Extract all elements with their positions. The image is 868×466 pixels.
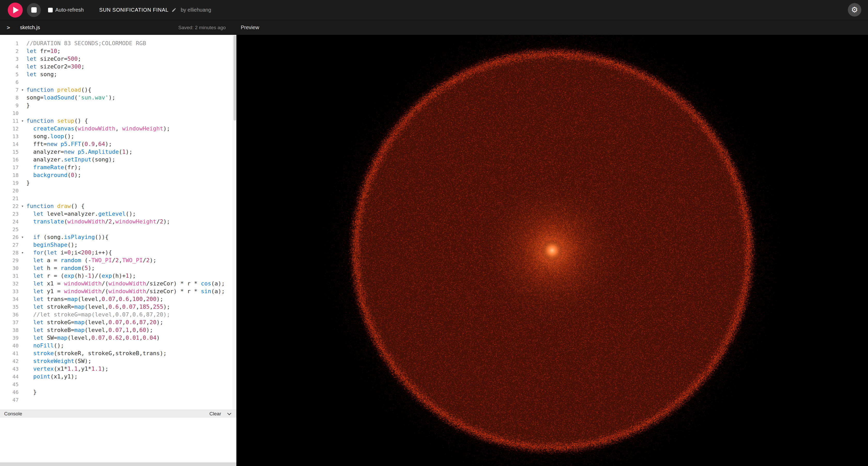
gutter-spacer — [19, 264, 26, 272]
code-text: analyzer=new p5.Amplitude(1); — [26, 148, 132, 156]
edit-project-name-icon[interactable] — [172, 7, 177, 12]
code-text: let r = (exp(h)-1)/(exp(h)+1); — [26, 272, 136, 280]
code-text: let h = random(5); — [26, 264, 95, 272]
project-info: SUN SONIFICATION FINAL by elliehuang — [99, 7, 211, 13]
gear-icon: ⚙ — [851, 5, 858, 14]
toolbar: Auto-refresh SUN SONIFICATION FINAL by e… — [0, 0, 868, 20]
stop-icon — [31, 7, 37, 13]
code-text: let strokeB=map(level,0.07,1,0,60); — [26, 326, 153, 334]
main-area: 1//DURATION 83 SECONDS;COLORMODE RGB2let… — [0, 35, 868, 466]
line-number: 38 — [0, 326, 19, 334]
code-text: function preload(){ — [26, 86, 91, 94]
code-text: let fr=10; — [26, 47, 60, 55]
code-text: let level=analyzer.getLevel(); — [26, 210, 136, 218]
gutter-spacer — [19, 163, 26, 171]
code-line: 8song=loadSound('sun.wav'); — [0, 94, 237, 101]
line-number: 37 — [0, 318, 19, 326]
code-text: beginShape(); — [26, 241, 78, 249]
code-text: analyzer.setInput(song); — [26, 156, 115, 163]
gutter-spacer — [19, 194, 26, 202]
code-text: let trans=map(level,0.07,0.6,100,200); — [26, 295, 163, 303]
gutter-spacer — [19, 109, 26, 117]
editor-pane: 1//DURATION 83 SECONDS;COLORMODE RGB2let… — [0, 35, 237, 466]
code-text: function draw() { — [26, 202, 85, 210]
code-text: } — [26, 388, 37, 396]
gutter-spacer — [19, 241, 26, 249]
code-line: 45 — [0, 380, 237, 388]
gutter-spacer — [19, 187, 26, 194]
code-text: let strokeR=map(level,0.6,0.07,185,255); — [26, 303, 170, 311]
line-number: 24 — [0, 218, 19, 225]
line-number: 39 — [0, 334, 19, 342]
fold-arrow-icon[interactable]: ▾ — [19, 202, 26, 210]
line-number: 10 — [0, 109, 19, 117]
expand-sidebar-button[interactable]: > — [0, 24, 10, 31]
fold-arrow-icon[interactable]: ▾ — [19, 117, 26, 125]
code-text: stroke(strokeR, strokeG,strokeB,trans); — [26, 349, 167, 357]
gutter-spacer — [19, 326, 26, 334]
line-number: 35 — [0, 303, 19, 311]
code-line: 34 let trans=map(level,0.07,0.6,100,200)… — [0, 295, 237, 303]
line-number: 15 — [0, 148, 19, 156]
play-button[interactable] — [8, 3, 23, 18]
project-title[interactable]: SUN SONIFICATION FINAL — [99, 7, 168, 13]
code-text: let sizeCor2=300; — [26, 63, 85, 70]
code-line: 7▾function preload(){ — [0, 86, 237, 94]
code-line: 46 } — [0, 388, 237, 396]
gutter-spacer — [19, 94, 26, 101]
code-line: 40 noFill(); — [0, 342, 237, 349]
code-text: noFill(); — [26, 342, 64, 349]
code-line: 5let song; — [0, 70, 237, 78]
code-text: vertex(x1*1.1,y1*1.1); — [26, 365, 108, 373]
code-line: 29 let a = random (-TWO_PI/2,TWO_PI/2); — [0, 256, 237, 264]
console-output — [0, 418, 237, 462]
gutter-spacer — [19, 132, 26, 140]
sketch-canvas[interactable] — [237, 35, 868, 466]
editor-scrollbar[interactable] — [233, 35, 237, 410]
line-number: 29 — [0, 256, 19, 264]
line-number: 19 — [0, 179, 19, 187]
fold-arrow-icon[interactable]: ▾ — [19, 233, 26, 241]
code-text: for(let i=0;i<200;i++){ — [26, 249, 112, 256]
console-clear-button[interactable]: Clear — [210, 411, 221, 417]
gutter-spacer — [19, 156, 26, 163]
line-number: 47 — [0, 396, 19, 404]
console-title: Console — [4, 411, 22, 417]
gutter-spacer — [19, 148, 26, 156]
file-tab-label: sketch.js — [20, 25, 40, 30]
stop-button[interactable] — [27, 3, 41, 17]
line-number: 43 — [0, 365, 19, 373]
tab-sketch-js[interactable]: sketch.js — [17, 25, 43, 30]
gutter-spacer — [19, 295, 26, 303]
code-line: 33 let y1 = windowWidth/(windowWidth/siz… — [0, 287, 237, 295]
p5-web-editor: Auto-refresh SUN SONIFICATION FINAL by e… — [0, 0, 868, 466]
code-line: 41 stroke(strokeR, strokeG,strokeB,trans… — [0, 349, 237, 357]
chevron-right-icon: > — [7, 24, 10, 31]
autorefresh-checkbox[interactable] — [48, 8, 53, 12]
code-line: 23 let level=analyzer.getLevel(); — [0, 210, 237, 218]
line-number: 25 — [0, 225, 19, 233]
console-resize-bar[interactable] — [0, 462, 237, 466]
editor-scrollbar-thumb[interactable] — [234, 35, 236, 121]
autorefresh-control[interactable]: Auto-refresh — [48, 7, 84, 13]
fold-arrow-icon[interactable]: ▾ — [19, 249, 26, 256]
line-number: 40 — [0, 342, 19, 349]
line-number: 4 — [0, 63, 19, 70]
code-editor[interactable]: 1//DURATION 83 SECONDS;COLORMODE RGB2let… — [0, 35, 237, 410]
gutter-spacer — [19, 101, 26, 109]
code-text: background(0); — [26, 171, 81, 179]
gutter-spacer — [19, 380, 26, 388]
settings-button[interactable]: ⚙ — [848, 3, 861, 17]
line-number: 45 — [0, 380, 19, 388]
preview-label: Preview — [241, 25, 259, 30]
fold-arrow-icon[interactable]: ▾ — [19, 86, 26, 94]
line-number: 11 — [0, 117, 19, 125]
code-line: 10 — [0, 109, 237, 117]
line-number: 12 — [0, 125, 19, 132]
console-collapse-button[interactable] — [227, 412, 232, 416]
line-number: 46 — [0, 388, 19, 396]
gutter-spacer — [19, 256, 26, 264]
line-number: 22 — [0, 202, 19, 210]
console-panel: Console Clear — [0, 410, 237, 466]
code-line: 16 analyzer.setInput(song); — [0, 156, 237, 163]
